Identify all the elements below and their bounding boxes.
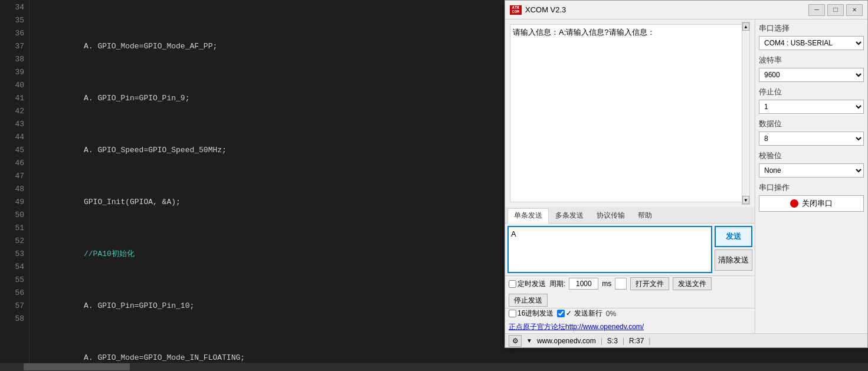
open-file-button[interactable]: 打开文件 <box>630 277 669 290</box>
display-scrollbar[interactable]: ▲ ▼ <box>742 22 750 205</box>
baud-label: 波特率 <box>759 55 864 65</box>
xcom-left-panel: 请输入信息：A;请输入信息?请输入信息： ▲ ▼ 单条发送 多条发送 协议传输 … <box>505 19 755 333</box>
sent-count: S:3 <box>607 337 618 345</box>
window-controls: ─ □ ✕ <box>808 4 863 16</box>
hex-send-label: 16进制发送 <box>509 308 553 319</box>
port-ctrl-setting: 串口操作 关闭串口 <box>759 182 864 212</box>
send-input[interactable]: A <box>507 226 712 273</box>
send-button[interactable]: 发送 <box>715 226 752 247</box>
baud-select[interactable]: 9600 <box>759 68 864 82</box>
xcom-icon: ATKCOM <box>510 5 522 15</box>
xcom-title: XCOM V2.3 <box>525 5 808 14</box>
xcom-tabs: 单条发送 多条发送 协议传输 帮助 <box>505 207 755 224</box>
code-line-37: GPIO_Init(GPIOA, &A); <box>37 196 505 209</box>
hex-send-checkbox[interactable] <box>509 310 516 317</box>
tab-multi-send[interactable]: 多条发送 <box>549 208 590 223</box>
new-line-checkbox[interactable] <box>557 310 565 317</box>
xcom-titlebar: ATKCOM XCOM V2.3 ─ □ ✕ <box>505 1 867 19</box>
tab-help[interactable]: 帮助 <box>631 208 659 223</box>
clear-send-button[interactable]: 清除发送 <box>715 249 752 271</box>
port-ctrl-btn-text: 关闭串口 <box>802 198 833 209</box>
scroll-up-btn[interactable]: ▲ <box>742 22 749 31</box>
page-horizontal-scrollbar[interactable] <box>0 363 868 371</box>
stop-setting: 停止位 1 <box>759 87 864 114</box>
parity-setting: 校验位 None <box>759 150 864 178</box>
new-line-label: ✓ 发送新行 <box>557 308 602 319</box>
send-file-button[interactable]: 发送文件 <box>673 277 712 290</box>
stop-send-button[interactable]: 停止发送 <box>509 294 548 307</box>
port-setting: 串口选择 COM4 : USB-SERIAL <box>759 23 864 50</box>
xcom-bottom-controls: 定时发送 周期: ms 打开文件 发送文件 停止发送 <box>505 275 755 308</box>
baud-setting: 波特率 9600 <box>759 55 864 82</box>
xcom-window: ATKCOM XCOM V2.3 ─ □ ✕ 请输入信息：A;请输入信息?请输入… <box>505 0 868 348</box>
display-text: 请输入信息：A;请输入信息?请输入信息： <box>513 28 655 37</box>
forum-link[interactable]: 正点原子官方论坛http://www.openedv.com/ <box>509 322 644 332</box>
xcom-body: 请输入信息：A;请输入信息?请输入信息： ▲ ▼ 单条发送 多条发送 协议传输 … <box>505 19 867 333</box>
line-numbers: 34 35 36 37 38 39 40 41 42 43 44 45 46 4… <box>0 0 30 371</box>
port-ctrl-button[interactable]: 关闭串口 <box>759 195 864 212</box>
port-label: 串口选择 <box>759 23 864 34</box>
code-line-38: //PA10初始化 <box>37 248 505 261</box>
port-select[interactable]: COM4 : USB-SERIAL <box>759 36 864 50</box>
stop-label: 停止位 <box>759 87 864 97</box>
data-setting: 数据位 8 <box>759 119 864 146</box>
scroll-down-btn[interactable]: ▼ <box>742 196 749 204</box>
xcom-right-panel: 串口选择 COM4 : USB-SERIAL 波特率 9600 停止位 1 <box>755 19 867 333</box>
timed-send-checkbox[interactable] <box>509 280 516 288</box>
stop-select[interactable]: 1 <box>759 100 864 114</box>
tab-single-send[interactable]: 单条发送 <box>507 208 549 224</box>
color-picker[interactable] <box>615 278 627 290</box>
parity-select[interactable]: None <box>759 163 864 178</box>
data-label: 数据位 <box>759 119 864 129</box>
send-area: A 发送 清除发送 <box>507 226 752 273</box>
timed-send-label: 定时发送 <box>509 279 546 289</box>
gear-button[interactable]: ⚙ <box>509 335 522 347</box>
page-scroll-thumb[interactable] <box>24 363 130 370</box>
code-line-39: A. GPIO_Pin=GPIO_Pin_10; <box>37 300 505 313</box>
tab-protocol[interactable]: 协议传输 <box>590 208 631 223</box>
code-content[interactable]: A. GPIO_Mode=GPIO_Mode_AF_PP; A. GPIO_Pi… <box>30 0 505 371</box>
extra-status <box>655 337 657 345</box>
port-ctrl-label: 串口操作 <box>759 182 864 193</box>
data-select[interactable]: 8 <box>759 132 864 146</box>
website-text: www.openedv.com <box>537 337 596 345</box>
percent-text: 0% <box>606 310 616 318</box>
received-count: R:37 <box>629 337 644 345</box>
period-input[interactable] <box>569 278 598 290</box>
code-line-35: A. GPIO_Pin=GPIO_Pin_9; <box>37 92 505 105</box>
gear-dropdown-arrow: ▼ <box>526 337 532 344</box>
minimize-button[interactable]: ─ <box>808 4 825 16</box>
code-editor: 34 35 36 37 38 39 40 41 42 43 44 45 46 4… <box>0 0 505 371</box>
close-button[interactable]: ✕ <box>846 4 863 16</box>
maximize-button[interactable]: □ <box>827 4 844 16</box>
parity-label: 校验位 <box>759 150 864 161</box>
port-status-indicator <box>790 199 798 208</box>
xcom-bottom-controls-2: 16进制发送 ✓ 发送新行 0% 正点原子官方论坛http://www.open… <box>505 308 755 333</box>
xcom-display: 请输入信息：A;请输入信息?请输入信息： <box>510 24 750 202</box>
xcom-statusbar: ⚙ ▼ www.openedv.com | S:3 | R:37 | <box>505 333 867 347</box>
code-line-36: A. GPIO_Speed=GPIO_Speed_50MHz; <box>37 144 505 157</box>
send-buttons: 发送 清除发送 <box>715 226 752 273</box>
code-line-34: A. GPIO_Mode=GPIO_Mode_AF_PP; <box>37 40 505 53</box>
